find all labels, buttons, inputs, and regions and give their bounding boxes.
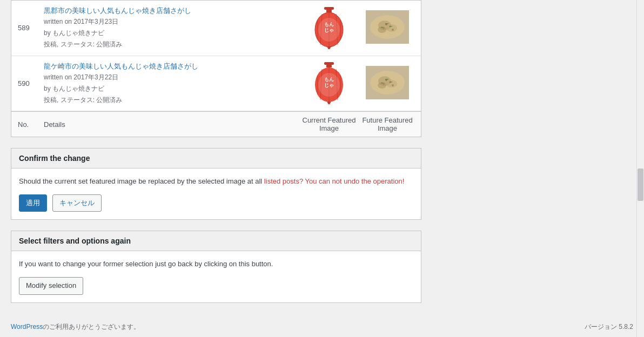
scrollbar-track[interactable] (636, 0, 644, 337)
post-details: 黒郡市の美味しい人気もんじゃ焼き店舗さがし written on 2017年3月… (44, 6, 298, 50)
select-section-body: If you want to change your former select… (11, 251, 421, 302)
confirm-section-header: Confirm the change (11, 149, 421, 168)
scrollbar-thumb[interactable] (638, 168, 643, 201)
post-details: 龍ケ崎市の美味しい人気もんじゃ焼き店舗さがし written on 2017年3… (44, 62, 298, 106)
post-title-link[interactable]: 龍ケ崎市の美味しい人気もんじゃ焼き店舗さがし (44, 62, 198, 70)
svg-point-46 (386, 80, 397, 87)
svg-rect-52 (385, 79, 388, 80)
content-area: 589 黒郡市の美味しい人気もんじゃ焼き店舗さがし written on 201… (0, 0, 421, 314)
footer-text: のご利用ありがとうございます。 (43, 323, 140, 331)
svg-line-15 (330, 48, 330, 49)
svg-rect-1 (326, 10, 332, 12)
footer-version: バージョン 5.8.2 (585, 322, 633, 332)
svg-point-24 (392, 29, 394, 31)
cancel-button[interactable]: キャンセル (52, 194, 102, 212)
select-section-title: Select filters and options again (19, 237, 413, 245)
posts-table: 589 黒郡市の美味しい人気もんじゃ焼き店舗さがし written on 201… (11, 0, 421, 137)
svg-rect-25 (385, 23, 388, 24)
svg-rect-26 (390, 26, 392, 27)
svg-rect-27 (381, 27, 383, 28)
header-details: Details (44, 120, 298, 129)
table-header-row: No. Details Current Featured Image Futur… (11, 111, 421, 137)
warning-text: Should the current set featured image be… (19, 176, 413, 187)
footer: WordPressのご利用ありがとうございます。 バージョン 5.8.2 (0, 317, 644, 337)
svg-rect-12 (327, 46, 331, 48)
current-image-589: もん じゃ (302, 7, 356, 49)
future-image-589 (360, 10, 414, 45)
food-icon (366, 10, 409, 44)
post-meta-status: 投稿, ステータス: 公開済み (44, 39, 298, 50)
lantern-icon: もん じゃ (312, 7, 346, 49)
post-meta-status: 投稿, ステータス: 公開済み (44, 95, 298, 105)
current-image-590: もん じゃ (302, 62, 356, 104)
svg-line-40 (328, 103, 328, 104)
svg-line-13 (328, 48, 328, 49)
table-row: 590 龍ケ崎市の美味しい人気もんじゃ焼き店舗さがし written on 20… (11, 56, 421, 112)
svg-text:じゃ: じゃ (324, 83, 334, 88)
wordpress-link[interactable]: WordPress (11, 323, 43, 331)
svg-point-51 (392, 84, 394, 86)
svg-rect-39 (327, 102, 331, 103)
confirm-section-body: Should the current set featured image be… (11, 168, 421, 219)
header-no: No. (18, 120, 39, 129)
svg-point-19 (386, 24, 397, 32)
svg-text:もん: もん (324, 22, 334, 27)
confirm-section: Confirm the change Should the current se… (11, 148, 421, 220)
post-no: 589 (18, 24, 39, 32)
table-row: 589 黒郡市の美味しい人気もんじゃ焼き店舗さがし written on 201… (11, 1, 421, 56)
svg-text:もん: もん (324, 77, 334, 82)
info-text: If you want to change your former select… (19, 259, 413, 269)
apply-button[interactable]: 適用 (19, 194, 47, 212)
footer-left: WordPressのご利用ありがとうございます。 (11, 322, 140, 332)
food-icon (366, 66, 409, 99)
lantern-icon: もん じゃ (312, 62, 346, 104)
svg-rect-54 (381, 83, 383, 84)
post-meta-by: by もんじゃ焼きナビ (44, 84, 298, 94)
future-image-590 (360, 66, 414, 101)
warning-text-red: listed posts? You can not undo the opera… (264, 177, 404, 185)
svg-rect-28 (324, 62, 334, 65)
select-section-header: Select filters and options again (11, 231, 421, 251)
post-meta-by: by もんじゃ焼きナビ (44, 28, 298, 38)
header-current-image: Current Featured Image (302, 116, 356, 132)
post-no: 590 (18, 79, 39, 87)
post-title-link[interactable]: 黒郡市の美味しい人気もんじゃ焼き店舗さがし (44, 6, 191, 15)
svg-text:じゃ: じゃ (324, 28, 334, 33)
warning-text-before: Should the current set featured image be… (19, 177, 262, 185)
post-meta-written: written on 2017年3月23日 (44, 17, 298, 27)
svg-rect-29 (326, 65, 332, 68)
svg-line-42 (330, 103, 330, 104)
header-future-image: Future Featured Image (360, 116, 414, 132)
confirm-section-title: Confirm the change (19, 154, 413, 163)
svg-rect-0 (324, 7, 334, 10)
post-meta-written: written on 2017年3月22日 (44, 72, 298, 83)
svg-rect-53 (390, 82, 392, 83)
modify-selection-button[interactable]: Modify selection (19, 277, 83, 295)
select-section: Select filters and options again If you … (11, 231, 421, 302)
page-wrapper: 589 黒郡市の美味しい人気もんじゃ焼き店舗さがし written on 201… (0, 0, 644, 337)
